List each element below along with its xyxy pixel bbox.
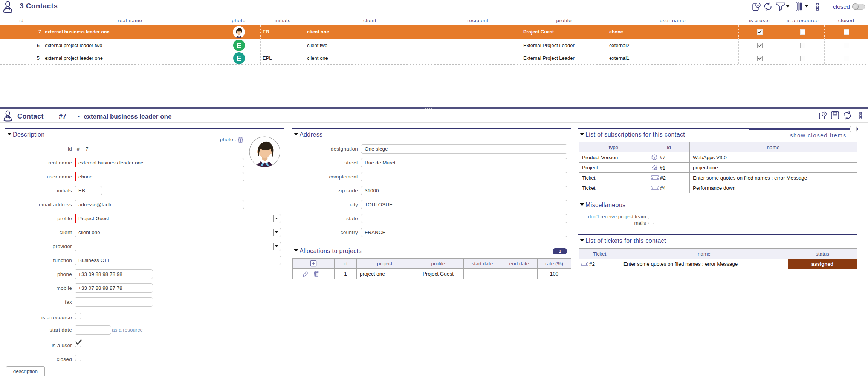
svg-text:E: E <box>236 41 241 50</box>
svg-text:E: E <box>236 54 241 62</box>
